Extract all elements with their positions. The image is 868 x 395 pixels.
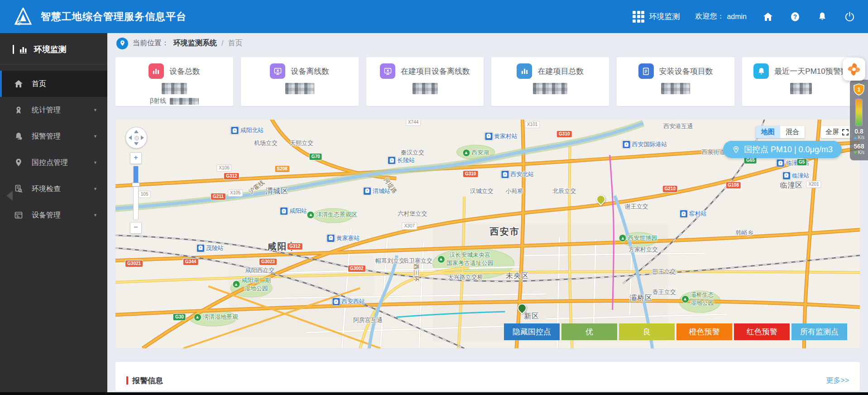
zoom-slider[interactable] — [133, 166, 139, 220]
map-label: 汉城立交 — [470, 187, 494, 195]
pm10-tooltip[interactable]: 国控点 PM10 | 0.0μg/m3 — [723, 141, 842, 158]
map-station-label: Ω西安北站 — [501, 170, 534, 178]
sidebar-item-设备管理[interactable]: 设备管理▼ — [0, 202, 107, 228]
app-switcher[interactable]: 环境监测 — [633, 11, 680, 23]
map-station-label: Ω西安国际港站 — [622, 140, 667, 149]
legend-button-橙色预警[interactable]: 橙色预警 — [676, 323, 732, 340]
legend-button-优[interactable]: 优 — [561, 323, 617, 340]
zoom-out-button[interactable]: − — [130, 222, 142, 234]
road-shield: G5 — [797, 159, 806, 165]
park-name: 西安世博园 — [628, 234, 657, 242]
legend-button-所有监测点[interactable]: 所有监测点 — [791, 323, 847, 340]
mountain-glyph — [621, 237, 624, 240]
map-pan-control[interactable] — [125, 127, 147, 149]
stat-card-title: 在建项目设备离线数 — [401, 66, 470, 77]
station-name: 西安北站 — [510, 170, 534, 178]
stat-card: 最近一天PM10预警数 — [742, 57, 860, 106]
pin-icon — [732, 146, 740, 154]
map-marker-pin[interactable] — [595, 193, 607, 206]
sidebar-item-统计管理[interactable]: 统计管理▼ — [0, 97, 107, 123]
sidebar-item-label: 国控点管理 — [32, 158, 68, 168]
road-shield: X106 — [217, 165, 231, 171]
park-name: 沣渭生态景观区 — [316, 211, 357, 219]
map-type-toggle[interactable]: 地图混合 — [756, 126, 805, 138]
sidebar-item-label: 首页 — [32, 79, 46, 89]
mountain-glyph — [465, 151, 468, 154]
map-label: 机场立交 — [254, 139, 278, 147]
mountain-glyph — [440, 258, 442, 260]
park-name: 涝渭湿地景观 — [203, 313, 238, 321]
username: admin — [727, 13, 747, 21]
legend-button-隐藏国控点[interactable]: 隐藏国控点 — [504, 323, 560, 340]
breadcrumb-page[interactable]: 首页 — [228, 39, 242, 48]
bell-icon[interactable] — [816, 11, 828, 23]
sidebar-item-label: 环境检查 — [32, 184, 61, 194]
sidebar-item-国控点管理[interactable]: 国控点管理▼ — [0, 149, 107, 176]
map-label: 田王立交 — [652, 268, 676, 276]
stat-cards-row: 设备总数β射线设备离线数在建项目设备离线数在建项目总数安装设备项目数最近一天PM… — [115, 57, 860, 106]
fullscreen-icon — [842, 129, 849, 135]
pan-left-icon[interactable] — [129, 135, 132, 140]
stat-card-header: 设备离线数 — [241, 63, 359, 79]
censored-value — [285, 83, 314, 94]
stat-card-value — [366, 83, 484, 94]
map[interactable]: Ω咸阳北站Ω黄家村站Ω西安国际港站Ω临潼北站Ω临潼站Ω长陵站Ω渭城站Ω西安北站Ω… — [115, 120, 860, 348]
map-park-label: 沣渭生态景观区 — [307, 211, 357, 219]
map-label: 阿房宫互通 — [353, 316, 383, 324]
road-shield: G70 — [310, 154, 322, 160]
zoom-in-button[interactable]: + — [130, 152, 142, 164]
fullscreen-button[interactable]: 全屏 — [821, 126, 853, 138]
home-icon[interactable] — [762, 11, 774, 23]
metro-icon: Ω — [197, 244, 205, 252]
power-icon[interactable] — [844, 11, 855, 23]
divider — [13, 45, 14, 54]
map-label: 西安港互通 — [663, 122, 693, 130]
zoom-slider-handle[interactable] — [132, 183, 140, 187]
speed-ball-widget[interactable] — [843, 58, 865, 81]
stat-card: 安装设备项目数 — [617, 57, 734, 106]
map-type-option-混合[interactable]: 混合 — [780, 126, 805, 138]
download-speed: 568 K/s — [854, 144, 864, 155]
mountain-glyph — [684, 298, 686, 300]
map-label: 韩峪乡 — [736, 229, 753, 237]
road-shield: X744 — [406, 120, 420, 125]
breadcrumb-section[interactable]: 环境监测系统 — [173, 39, 217, 48]
chevron-down-icon: ▼ — [93, 213, 97, 217]
breadcrumb-separator: / — [221, 39, 223, 48]
pan-right-icon[interactable] — [141, 135, 144, 140]
map-station-label: Ω咸阳站 — [280, 207, 307, 215]
sidebar-item-环境检查[interactable]: 环境检查▼ — [0, 176, 107, 202]
map-station-label: Ω咸阳北站 — [230, 126, 264, 135]
pinwheel-icon — [845, 61, 863, 78]
park-icon — [437, 255, 445, 263]
map-label: 临潼区 — [780, 181, 803, 190]
sidebar-item-label: 统计管理 — [32, 106, 61, 115]
upload-speed: 0.8 K/s — [854, 129, 864, 140]
fullscreen-label: 全屏 — [825, 128, 839, 136]
sidebar-item-报警管理[interactable]: 报警管理▼ — [0, 123, 107, 149]
chart-icon — [149, 63, 164, 79]
pan-down-icon[interactable] — [134, 142, 139, 145]
net-speed-panel[interactable]: 1 0.8 K/s 568 K/s — [850, 80, 868, 160]
sidebar-header: 环境监测 — [0, 33, 107, 64]
alarm-more-link[interactable]: 更多>> — [826, 376, 849, 385]
legend-button-红色预警[interactable]: 红色预警 — [734, 323, 790, 340]
page: 智慧工地综合管理服务信息平台 环境监测 欢迎您： admin ? — [0, 0, 868, 395]
map-zoom-control: + − — [130, 152, 141, 234]
upload-speed-unit: K/s — [858, 135, 864, 140]
map-label: 未央区 — [506, 271, 529, 280]
map-label: 六村堡立交 — [398, 210, 427, 218]
map-type-option-地图[interactable]: 地图 — [756, 126, 780, 138]
stat-card-header: 设备总数 — [115, 63, 233, 79]
help-icon[interactable]: ? — [789, 11, 801, 23]
sidebar-item-首页[interactable]: 首页 — [0, 71, 107, 97]
pan-up-icon[interactable] — [134, 130, 139, 133]
road-shield: G211 — [211, 193, 225, 200]
map-label: 小苑桥 — [506, 187, 523, 195]
app-logo-icon — [14, 8, 33, 26]
station-name: 黄家寨站 — [336, 234, 360, 242]
map-station-label: Ω黄家村站 — [484, 132, 518, 140]
legend-button-良[interactable]: 良 — [619, 323, 675, 340]
sidebar-collapse-handle[interactable] — [6, 191, 13, 201]
map-station-label: Ω渭城站 — [363, 187, 390, 195]
